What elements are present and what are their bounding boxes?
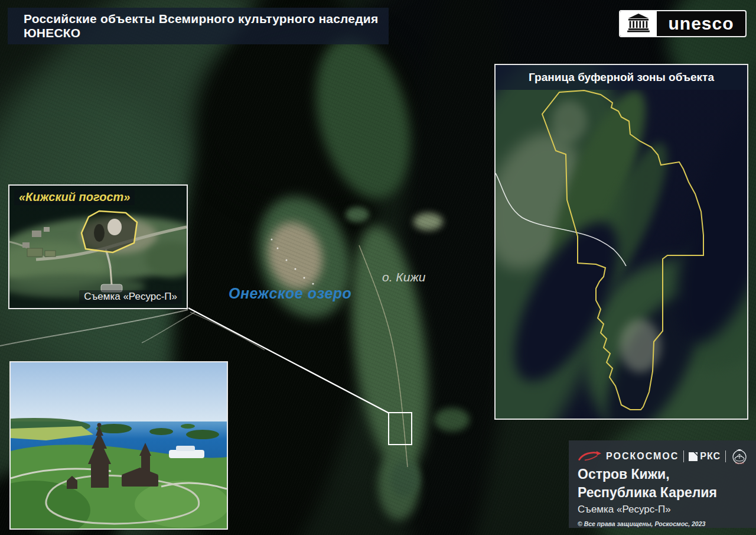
rks-logo: РКС [689,451,721,462]
agency-logos-row: РОСКОСМОС РКС НЦ ОМЗ [578,448,751,465]
buffer-panel-header: Граница буферной зоны объекта [496,65,747,90]
location-line-2: Республика Карелия [578,484,751,502]
copyright-line: © Все права защищены, Роскосмос, 2023 [578,520,751,527]
imagery-source: Съемка «Ресурс-П» [578,502,751,517]
pogost-inset-title: «Кижский погост» [14,190,135,205]
kizhi-aerial-photo [11,362,227,528]
unesco-logo: unesco [619,10,747,37]
logo-divider [683,450,684,462]
buffer-zone-boundary [542,90,703,410]
nc-omz-caption: НЦ ОМЗ [735,462,744,465]
poster-title: Российские объекты Всемирного культурног… [24,12,389,40]
nc-omz-emblem-icon: НЦ ОМЗ [731,448,748,465]
pogost-inset: «Кижский погост» Съемка «Ресурс-П» [8,184,188,309]
rks-label: РКС [700,451,721,462]
unesco-wordmark: unesco [657,11,745,36]
unesco-emblem-cell [620,11,657,36]
map-highlight-rectangle [388,412,412,445]
location-line-1: Остров Кижи, [578,465,751,484]
logo-divider [725,450,726,462]
unesco-temple-icon [627,13,650,34]
rks-icon [689,452,698,461]
poster-canvas: Онежское озеро о. Кижи Российские объект… [0,0,756,535]
credits-panel: РОСКОСМОС РКС НЦ ОМЗ Остров Кижи, Респуб… [569,440,756,528]
buffer-zone-panel: Граница буферной зоны объекта [494,64,748,420]
buffer-zone-boundary-layer [496,65,747,419]
buffer-panel-title: Граница буферной зоны объекта [529,71,714,84]
bg-islet-1 [346,207,369,222]
kizhi-photo-inset [9,361,228,530]
pogost-inset-caption: Съемка «Ресурс-П» [79,290,182,304]
title-bar: Российские объекты Всемирного культурног… [8,8,389,44]
roscosmos-label: РОСКОСМОС [606,451,679,462]
roscosmos-icon [578,450,601,463]
bg-islet-3 [434,408,470,432]
bg-islet-2 [413,213,443,231]
island-label: о. Кижи [382,270,426,284]
lake-label: Онежское озеро [229,285,351,302]
bg-islet-4 [390,461,419,497]
